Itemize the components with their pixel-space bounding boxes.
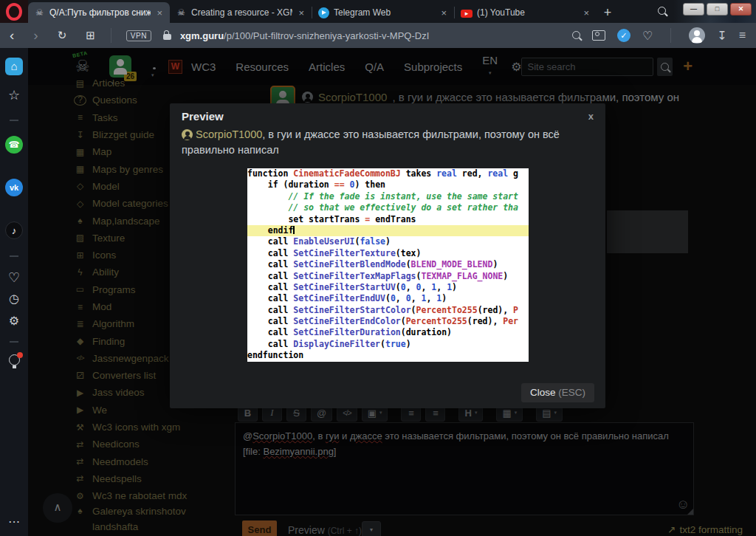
- close-window-button[interactable]: ✕: [730, 3, 752, 16]
- url-host: xgm.guru: [180, 30, 224, 41]
- code-line: set startTrans = endTrans: [247, 214, 529, 225]
- forward-button[interactable]: ›: [24, 27, 47, 44]
- window-controls: — □ ✕: [681, 3, 752, 16]
- settings-gear-icon[interactable]: ⚙: [0, 314, 28, 328]
- downloads-icon[interactable]: ↧: [717, 29, 726, 43]
- tiktok-icon[interactable]: ♪: [5, 221, 23, 239]
- more-options-icon[interactable]: ⋯: [0, 515, 28, 529]
- divider: [670, 28, 671, 43]
- modal-comment-preview: ScorpioT1000, в гуи и джассе это называе…: [182, 127, 586, 158]
- opera-sidebar-rail: ⌂ ☆ ☎ vk ♪ ♡ ◷ ⚙ ⋯: [0, 48, 28, 536]
- vk-icon[interactable]: vk: [5, 179, 23, 196]
- divider: [10, 341, 18, 343]
- preview-modal: Preview x ScorpioT1000, в гуи и джассе э…: [170, 103, 605, 408]
- xgm-favicon: ☠: [34, 7, 45, 18]
- bookmark-heart-icon[interactable]: ♡: [642, 29, 653, 43]
- esc-hint: (ESC): [558, 387, 585, 398]
- opera-menu-button[interactable]: [0, 0, 28, 23]
- vpn-badge[interactable]: VPN: [126, 30, 151, 41]
- lock-icon: [163, 34, 171, 40]
- snapshot-icon[interactable]: [592, 30, 605, 41]
- notification-dot: [17, 352, 23, 358]
- code-snippet-image: function CinematicFadeCommonBJ takes rea…: [247, 168, 529, 362]
- page-content: BETA ☠ 26 ▾ ▾ W WC3ResourcesArticlesQ/AS…: [28, 48, 756, 536]
- home-icon[interactable]: ⌂: [5, 58, 23, 75]
- code-line: call SetCineFilterEndColor(PercentTo255(…: [247, 316, 529, 327]
- new-tab-button[interactable]: +: [597, 2, 619, 23]
- tab-title: Telegram Web: [334, 7, 435, 18]
- find-on-page-icon[interactable]: [572, 29, 580, 42]
- speed-dial-icon[interactable]: ⊞: [76, 29, 105, 42]
- modal-close-x-icon[interactable]: x: [587, 111, 595, 122]
- code-line: // so that we effectively do a set rathe…: [247, 202, 529, 213]
- browser-tab-bar: ☠Q/A:Путь фильтров сниж×☠Creating a reso…: [0, 0, 756, 23]
- youtube-favicon: ▸: [461, 10, 472, 18]
- divider: [10, 255, 18, 257]
- code-line: endfunction: [247, 350, 529, 361]
- code-line: call SetCineFilterEndUV(0, 0, 1, 1): [247, 293, 529, 304]
- modal-title: Preview: [182, 110, 224, 123]
- bookmarks-star-icon[interactable]: ☆: [0, 87, 28, 103]
- heart-panel-icon[interactable]: ♡: [0, 269, 28, 286]
- xgm-favicon: ☠: [176, 7, 187, 18]
- code-line: function CinematicFadeCommonBJ takes rea…: [247, 168, 529, 179]
- shield-badge-icon[interactable]: ✓: [617, 29, 630, 42]
- history-clock-icon[interactable]: ◷: [0, 292, 28, 306]
- maximize-button[interactable]: □: [707, 3, 728, 16]
- address-bar: ‹ › ↻ ⊞ VPN xgm.guru/p/100/Put-filtrov-s…: [0, 23, 756, 48]
- code-line: call SetCineFilterStartUV(0, 0, 1, 1): [247, 282, 529, 293]
- tab-title: Creating a resource - XGM: [191, 7, 292, 18]
- tab-search-icon[interactable]: [658, 4, 666, 18]
- browser-tab[interactable]: Telegram Web×: [312, 2, 454, 23]
- code-line: if (duration == 0) then: [247, 179, 529, 190]
- tab-title: (1) YouTube: [477, 7, 577, 18]
- code-line: call SetCineFilterBlendMode(BLEND_MODE_B…: [247, 259, 529, 270]
- settings-sliders-icon[interactable]: ≡: [739, 29, 746, 42]
- code-line: call SetCineFilterTexMapFlags(TEXMAP_FLA…: [247, 271, 529, 282]
- tab-close-icon[interactable]: ×: [297, 7, 306, 18]
- text-cursor: [293, 226, 295, 234]
- preview-author-link[interactable]: ScorpioT1000: [196, 128, 262, 140]
- browser-tab[interactable]: ▸(1) YouTube×: [455, 2, 597, 23]
- opera-logo: [6, 3, 22, 21]
- minimize-button[interactable]: —: [683, 3, 704, 16]
- divider: [111, 28, 111, 43]
- back-button[interactable]: ‹: [0, 27, 24, 44]
- url-path: /p/100/Put-filtrov-snizheniya-yarkosti-v…: [224, 30, 429, 41]
- code-line: call SetCineFilterTexture(tex): [247, 248, 529, 259]
- person-icon: [182, 129, 193, 140]
- tab-close-icon[interactable]: ×: [439, 7, 448, 18]
- tab-title: Q/A:Путь фильтров сниж: [49, 7, 151, 18]
- url-field[interactable]: xgm.guru/p/100/Put-filtrov-snizheniya-ya…: [180, 30, 429, 41]
- code-line: call EnableUserUI(false): [247, 236, 529, 247]
- modal-close-button[interactable]: Close (ESC): [521, 383, 594, 402]
- code-line: // If the fade is instant, use the same …: [247, 191, 529, 202]
- code-line: call SetCineFilterStartColor(PercentTo25…: [247, 305, 529, 316]
- divider: [10, 120, 18, 121]
- tab-close-icon[interactable]: ×: [155, 7, 164, 18]
- tab-close-icon[interactable]: ×: [582, 7, 591, 18]
- code-line: endif: [247, 225, 529, 236]
- tab-strip: ☠Q/A:Путь фильтров сниж×☠Creating a reso…: [28, 0, 597, 23]
- code-line: call SetCineFilterDuration(duration): [247, 327, 529, 338]
- browser-tab[interactable]: ☠Q/A:Путь фильтров сниж×: [28, 2, 170, 23]
- browser-tab[interactable]: ☠Creating a resource - XGM×: [170, 2, 312, 23]
- reload-button[interactable]: ↻: [48, 29, 77, 42]
- whatsapp-icon[interactable]: ☎: [5, 136, 23, 154]
- code-line: call DisplayCineFilter(true): [247, 339, 529, 350]
- telegram-favicon: [318, 7, 329, 18]
- tips-lightbulb-icon[interactable]: [9, 354, 20, 365]
- profile-avatar[interactable]: [689, 27, 705, 44]
